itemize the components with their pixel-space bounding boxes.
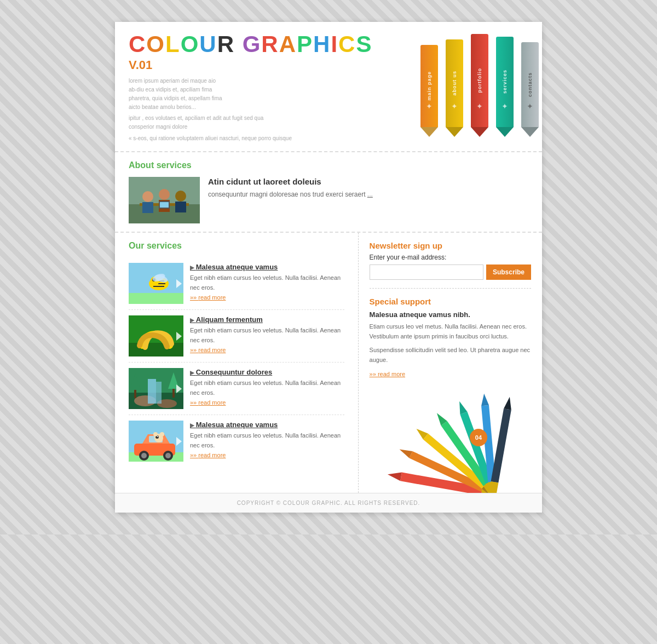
svg-rect-28 <box>156 382 162 404</box>
svg-rect-12 <box>129 293 183 304</box>
nav-label-services: services <box>502 66 508 97</box>
nav-label-about-us: about us <box>452 67 457 99</box>
special-support-heading: Special support <box>370 297 531 306</box>
svg-rect-10 <box>160 202 169 208</box>
footer-text: COPYRIGHT © COLOUR GRAPHIC. ALL RIGHTS R… <box>237 500 420 506</box>
service-arrow-4 <box>176 437 182 446</box>
waterfall-illustration <box>129 368 183 409</box>
svg-rect-27 <box>148 379 156 404</box>
service-text-3: Consequuntur dolores Eget nibh etiam cur… <box>190 368 344 406</box>
read-more-4[interactable]: read more <box>190 452 226 458</box>
pencil-navigation: main page ✦ about us ✦ <box>389 22 542 137</box>
svg-point-45 <box>160 432 164 436</box>
pencils-fan-decoration: 04 <box>370 383 531 493</box>
service-body-1: Eget nibh etiam cursus leo veletus. Null… <box>190 273 344 292</box>
svg-point-5 <box>159 189 170 200</box>
newsletter-section: Newsletter sign up Enter your e-mail add… <box>370 241 531 289</box>
subscribe-button[interactable]: Subscribe <box>486 264 531 280</box>
about-services-section: About services <box>115 152 542 233</box>
svg-rect-4 <box>142 202 153 213</box>
service-text-2: Aliquam fermentum Eget nibh etiam cursus… <box>190 315 344 354</box>
svg-point-40 <box>165 453 171 458</box>
svg-point-7 <box>175 191 186 202</box>
service-thumb-3 <box>129 368 183 409</box>
newsletter-form: Subscribe <box>370 264 531 280</box>
service-text-1: Malesua atneque vamus Eget nibh etiam cu… <box>190 263 344 301</box>
service-item-1: Malesua atneque vamus Eget nibh etiam cu… <box>129 257 344 310</box>
service-body-3: Eget nibh etiam cursus leo veletus. Null… <box>190 378 344 398</box>
service-item-3: Consequuntur dolores Eget nibh etiam cur… <box>129 363 344 415</box>
newsletter-heading: Newsletter sign up <box>370 241 531 250</box>
svg-marker-65 <box>504 396 514 410</box>
support-body-2: Suspendisse sollicitudin velit sed leo. … <box>370 346 531 365</box>
header-description: lorem ipsum aperiam dei maque aio ab-diu… <box>129 77 304 143</box>
nav-about-us[interactable]: about us ✦ <box>442 39 466 137</box>
svg-point-44 <box>153 432 158 436</box>
service-title-2: Aliquam fermentum <box>190 315 344 324</box>
about-image <box>129 177 200 223</box>
svg-rect-22 <box>129 343 183 357</box>
nav-label-contacts: contacts <box>527 69 533 100</box>
service-body-4: Eget nibh etiam cursus leo veletus. Null… <box>190 431 344 450</box>
nav-main-page[interactable]: main page ✦ <box>417 45 441 137</box>
our-services-column: Our services <box>115 233 359 493</box>
service-text-4: Malesua atneque vamus Eget nibh etiam cu… <box>190 421 344 459</box>
star-icon-4: ✦ <box>502 102 508 111</box>
support-body-1: Etiam cursus leo vel metus. Nulla facili… <box>370 322 531 341</box>
nav-portfolio[interactable]: portfolio ✦ <box>468 34 492 137</box>
header: COLOUR GRAPHICS V.01 lorem ipsum aperiam… <box>115 22 542 152</box>
car-illustration <box>129 421 183 462</box>
service-thumb-4 <box>129 421 183 462</box>
service-thumb-2 <box>129 315 183 357</box>
svg-marker-59 <box>456 400 468 415</box>
main-content: Our services <box>115 233 542 493</box>
nav-label-portfolio: portfolio <box>477 65 482 96</box>
about-body: consequuntur magni doloresae nos trud ex… <box>208 189 373 199</box>
pencils-fan-svg <box>383 383 531 493</box>
support-title: Malesua atneque vamus nibh. <box>370 311 531 319</box>
star-icon-3: ✦ <box>476 102 483 111</box>
read-more-1[interactable]: read more <box>190 294 226 301</box>
about-services-heading: About services <box>129 160 528 170</box>
service-arrow-1 <box>176 279 182 288</box>
service-title-1: Malesua atneque vamus <box>190 263 344 271</box>
service-arrow-3 <box>176 384 182 393</box>
star-icon-2: ✦ <box>451 102 458 111</box>
about-read-more-link[interactable]: ... <box>367 191 373 198</box>
newsletter-label: Enter your e-mail address: <box>370 254 531 261</box>
footer: COPYRIGHT © COLOUR GRAPHIC. ALL RIGHTS R… <box>115 493 542 513</box>
email-input[interactable] <box>370 264 483 280</box>
svg-point-38 <box>141 453 147 458</box>
special-read-more[interactable]: read more <box>370 371 405 377</box>
nav-services[interactable]: services ✦ <box>493 37 517 137</box>
svg-rect-8 <box>175 202 186 212</box>
about-text-content: Atin cidunt ut laoreet doleuis consequun… <box>208 177 373 199</box>
service-item-4: Malesua atneque vamus Eget nibh etiam cu… <box>129 415 344 467</box>
right-column: Newsletter sign up Enter your e-mail add… <box>359 233 542 493</box>
about-title: Atin cidunt ut laoreet doleuis <box>208 177 373 186</box>
star-icon-5: ✦ <box>527 102 533 111</box>
svg-marker-62 <box>480 393 489 406</box>
service-thumb-1 <box>129 263 183 304</box>
read-more-2[interactable]: read more <box>190 347 226 353</box>
service-body-2: Eget nibh etiam cursus leo veletus. Null… <box>190 326 344 345</box>
svg-point-3 <box>142 191 153 202</box>
svg-rect-64 <box>491 409 511 483</box>
nav-contacts[interactable]: contacts ✦ <box>518 42 542 137</box>
service-title-3: Consequuntur dolores <box>190 368 344 376</box>
svg-point-43 <box>157 436 158 437</box>
svg-marker-47 <box>387 470 402 481</box>
service-item-2: Aliquam fermentum Eget nibh etiam cursus… <box>129 310 344 363</box>
page-wrapper: COLOUR GRAPHICS V.01 lorem ipsum aperiam… <box>115 22 542 513</box>
service-arrow-2 <box>176 332 182 341</box>
nav-label-main-page: main page <box>427 68 432 104</box>
star-icon: ✦ <box>426 102 433 111</box>
banana-illustration <box>129 315 183 357</box>
service-title-4: Malesua atneque vamus <box>190 421 344 429</box>
read-more-3[interactable]: read more <box>190 399 226 406</box>
bee-illustration <box>129 263 183 304</box>
people-illustration <box>129 177 200 223</box>
special-support-section: Special support Malesua atneque vamus ni… <box>370 297 531 378</box>
our-services-heading: Our services <box>129 241 344 251</box>
